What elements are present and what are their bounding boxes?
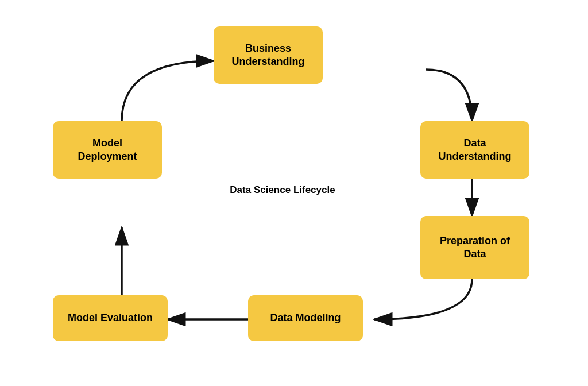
node-data-understanding: DataUnderstanding: [420, 121, 529, 179]
node-preparation-of-data: Preparation ofData: [420, 216, 529, 279]
node-business-understanding: BusinessUnderstanding: [214, 26, 323, 84]
lifecycle-diagram: BusinessUnderstanding DataUnderstanding …: [36, 15, 552, 371]
node-model-evaluation: Model Evaluation: [53, 295, 168, 341]
node-model-deployment: ModelDeployment: [53, 121, 162, 179]
node-data-modeling: Data Modeling: [248, 295, 363, 341]
center-label: Data Science Lifecycle: [214, 184, 351, 196]
